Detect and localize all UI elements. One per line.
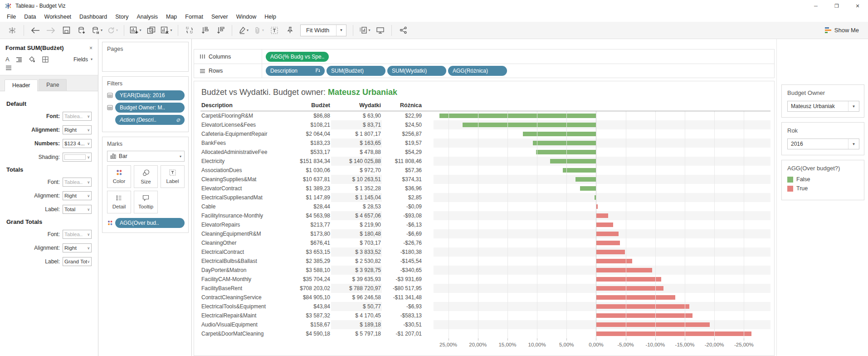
fit-selector[interactable]: Fit Width ▼ xyxy=(300,25,346,36)
bar-mark[interactable] xyxy=(596,232,619,236)
group-caret-icon[interactable]: ▾ xyxy=(262,28,264,32)
new-worksheet-caret-icon[interactable]: ▾ xyxy=(139,28,141,32)
filters-shelf[interactable]: Filters YEAR(Data): 2016Budget Owner: M.… xyxy=(102,76,189,132)
bar-mark[interactable] xyxy=(550,159,596,163)
format-font-dropdown[interactable]: Tablea..∨ xyxy=(63,178,92,187)
legend-item-false[interactable]: False xyxy=(787,176,859,183)
group-members-button[interactable]: ▾ xyxy=(253,24,265,37)
table-row[interactable]: CleaningOther$676,41$ 703,17-$26,76 xyxy=(200,238,770,247)
format-label-dropdown[interactable]: Grand Total∨ xyxy=(63,257,92,266)
tab-pane[interactable]: Pane xyxy=(39,79,67,91)
table-row[interactable]: ElectricalSuppliesandMat$1 147,89$ 1 145… xyxy=(200,193,770,202)
bar-mark[interactable] xyxy=(575,177,596,182)
font-format-icon[interactable]: A xyxy=(5,56,10,63)
mark-labels-caret-icon[interactable]: ▾ xyxy=(368,28,370,32)
menu-server[interactable]: Server xyxy=(207,13,232,21)
format-panel-close-icon[interactable]: × xyxy=(88,45,94,51)
bar-mark[interactable] xyxy=(596,295,675,300)
format-alignment-dropdown[interactable]: Right∨ xyxy=(63,125,92,134)
rows-pill-1[interactable]: SUM(Budżet) xyxy=(327,66,385,76)
menu-analysis[interactable]: Analysis xyxy=(132,13,162,21)
bar-mark[interactable] xyxy=(596,286,663,291)
menu-format[interactable]: Format xyxy=(181,13,207,21)
rok-dropdown[interactable]: 2016 ▼ xyxy=(787,138,859,149)
new-datasource-button[interactable] xyxy=(75,24,88,37)
table-row[interactable]: Cafeteria-EquipmentRepair$2 064,04$ 1 80… xyxy=(200,129,770,138)
filter-pill-1[interactable]: Budget Owner: M.. xyxy=(115,103,185,113)
bar-mark[interactable] xyxy=(596,331,751,336)
table-row[interactable]: ElevatorContract$1 389,23$ 1 352,28$36,9… xyxy=(200,184,770,193)
undo-button[interactable] xyxy=(29,24,42,37)
menu-dashboard[interactable]: Dashboard xyxy=(75,13,111,21)
format-shading-dropdown[interactable]: ∨ xyxy=(63,153,92,162)
rows-shelf[interactable]: Rows DescriptionSUM(Budżet)SUM(Wydatki)A… xyxy=(194,64,775,78)
menu-worksheet[interactable]: Worksheet xyxy=(40,13,76,21)
bar-mark[interactable] xyxy=(596,322,709,327)
table-row[interactable]: Electricity$151 834,34$ 140 025,88$11 80… xyxy=(200,157,770,166)
menu-window[interactable]: Window xyxy=(232,13,260,21)
rows-pill-0[interactable]: Description xyxy=(266,66,325,76)
format-font-dropdown[interactable]: Tablea..∨ xyxy=(63,230,92,239)
filter-pill-2[interactable]: Action (Descri..⊘ xyxy=(115,115,185,125)
bar-mark[interactable] xyxy=(596,241,619,245)
bar-mark[interactable] xyxy=(596,268,652,272)
marks-pill-over-budget[interactable]: AGG(Over bud.. xyxy=(115,218,185,228)
show-mark-labels-button[interactable]: ▾ xyxy=(358,24,371,37)
pause-updates-button[interactable]: ▾ xyxy=(91,24,103,37)
rows-pill-2[interactable]: SUM(Wydatki) xyxy=(387,66,446,76)
bar-mark[interactable] xyxy=(523,132,596,136)
table-row[interactable]: DayPorter&Matron$3 588,10$ 3 928,75-$340… xyxy=(200,266,770,275)
menu-help[interactable]: Help xyxy=(260,13,280,21)
bar-mark[interactable] xyxy=(596,277,661,282)
table-row[interactable]: BankFees$183,23$ 163,65$19,57 xyxy=(200,138,770,148)
alignment-format-icon[interactable] xyxy=(16,57,22,62)
highlight-button[interactable]: ▾ xyxy=(237,24,250,37)
table-row[interactable]: ContractCleaningService$84 905,10$ 96 24… xyxy=(200,293,770,302)
format-alignment-dropdown[interactable]: Right∨ xyxy=(63,243,92,252)
format-label-dropdown[interactable]: Total∨ xyxy=(63,205,92,214)
borders-format-icon[interactable] xyxy=(42,56,49,63)
pause-caret-icon[interactable]: ▾ xyxy=(101,28,102,32)
column-header-różnica[interactable]: Różnica xyxy=(382,101,423,111)
bar-mark[interactable] xyxy=(596,250,625,254)
bar-mark[interactable] xyxy=(563,168,596,173)
menu-data[interactable]: Data xyxy=(20,13,40,21)
table-row[interactable]: ElectricalBulbs&Ballast$2 385,29$ 2 530,… xyxy=(200,257,770,266)
duplicate-button[interactable] xyxy=(145,24,157,37)
table-row[interactable]: FacilityInsurance-Monthly$4 563,98$ 4 65… xyxy=(200,211,770,220)
format-alignment-dropdown[interactable]: Right∨ xyxy=(63,191,92,200)
pages-shelf[interactable]: Pages xyxy=(102,42,189,72)
close-button[interactable]: ✕ xyxy=(847,0,868,12)
lines-format-icon[interactable] xyxy=(5,65,12,70)
filter-pill-0[interactable]: YEAR(Data): 2016 xyxy=(115,90,185,100)
refresh-caret-icon[interactable]: ▾ xyxy=(116,28,118,32)
table-row[interactable]: FacilityCAM-Monthly$35 704,24$ 39 635,93… xyxy=(200,275,770,284)
highlight-caret-icon[interactable]: ▾ xyxy=(247,28,249,32)
menu-story[interactable]: Story xyxy=(111,13,132,21)
legend-item-true[interactable]: True xyxy=(787,185,859,192)
bar-mark[interactable] xyxy=(580,186,596,191)
mark-type-dropdown[interactable]: Bar ▾ xyxy=(107,151,185,162)
new-worksheet-button[interactable]: ▾ xyxy=(129,24,142,37)
table-row[interactable]: Cable$28,44$ 28,53-$0,09 xyxy=(200,202,770,211)
fix-axes-button[interactable] xyxy=(283,24,296,37)
table-row[interactable]: AllocatedAdministrativeFee$533,17$ 478,8… xyxy=(200,148,770,157)
detail-button[interactable]: Detail xyxy=(107,191,131,213)
redo-button[interactable] xyxy=(44,24,57,37)
bar-mark[interactable] xyxy=(536,150,596,154)
show-me-button[interactable]: Show Me xyxy=(820,25,863,35)
size-button[interactable]: Size xyxy=(134,165,158,188)
table-row[interactable]: ElectricalTools&Equipment$43,84$ 50,77-$… xyxy=(200,302,770,311)
fields-dropdown[interactable]: Fields▾ xyxy=(73,56,93,63)
table-row[interactable]: ElectricalContract$3 653,15$ 3 833,52-$1… xyxy=(200,247,770,257)
column-header-budżet[interactable]: Budżet xyxy=(278,101,331,111)
table-row[interactable]: ElectricalRepair&Maint$3 587,32$ 4 170,4… xyxy=(200,311,770,320)
sort-ascending-button[interactable] xyxy=(199,24,211,37)
share-button[interactable] xyxy=(397,24,410,37)
clear-sheet-button[interactable]: ▾ xyxy=(160,24,173,37)
table-row[interactable]: FacilityBaseRent$708 203,02$ 788 720,97-… xyxy=(200,284,770,293)
table-row[interactable]: AssociationDues$1 030,06$ 972,70$57,36 xyxy=(200,166,770,175)
bar-mark[interactable] xyxy=(596,204,598,209)
bar-mark[interactable] xyxy=(596,313,692,318)
table-row[interactable]: CleaningSupplies&Mat$10 637,81$ 10 263,5… xyxy=(200,175,770,184)
